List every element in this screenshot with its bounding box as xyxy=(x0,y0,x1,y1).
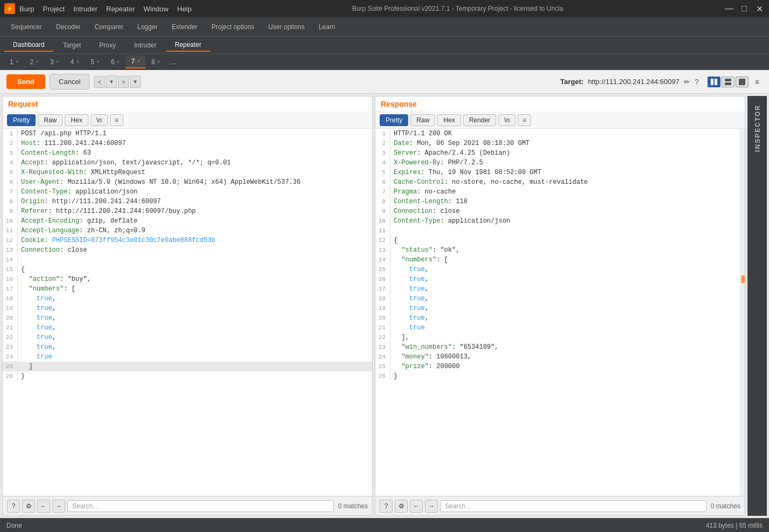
response-hex-tab[interactable]: Hex xyxy=(437,114,461,126)
request-line-8: 8Origin: http://111.200.241.244:60097 xyxy=(3,197,372,206)
response-line-5: 5Expires: Thu, 19 Nov 1981 08:52:00 GMT xyxy=(375,168,745,177)
response-line-16: 16 true, xyxy=(375,274,745,284)
request-line-1: 1POST /api.php HTTP/1.1 xyxy=(3,129,372,139)
response-search-input[interactable] xyxy=(440,500,706,512)
request-search-matches: 0 matches xyxy=(338,502,368,510)
response-line-25: 25 "prize": 200000 xyxy=(375,362,745,371)
top-nav-logger[interactable]: Logger xyxy=(131,20,164,34)
window-controls: — □ ✕ xyxy=(724,4,765,14)
response-line-10: 10Content-Type: application/json xyxy=(375,216,745,226)
response-line-20: 20 true, xyxy=(375,313,745,323)
repeater-tab-6[interactable]: 6 × xyxy=(106,56,126,68)
request-line-23: 23 true, xyxy=(3,342,372,352)
repeater-tab-7[interactable]: 7 × xyxy=(126,56,146,68)
menu-intruder[interactable]: Intruder xyxy=(73,5,98,13)
top-nav-comparer[interactable]: Comparer xyxy=(88,20,129,34)
close-tab-5-icon[interactable]: × xyxy=(97,59,100,65)
close-tab-4-icon[interactable]: × xyxy=(76,59,79,65)
menu-burp[interactable]: Burp xyxy=(19,5,34,13)
layout-icon-group xyxy=(708,77,749,87)
repeater-tab-1[interactable]: 1 × xyxy=(4,56,24,68)
response-line-13: 13 "status": "ok", xyxy=(375,245,745,255)
minimize-button[interactable]: — xyxy=(724,4,734,14)
help-target-icon[interactable]: ? xyxy=(695,78,699,86)
top-nav-user-options[interactable]: User options xyxy=(262,20,311,34)
close-tab-3-icon[interactable]: × xyxy=(56,59,59,65)
response-search-next-icon[interactable]: → xyxy=(425,500,438,513)
repeater-tab-4[interactable]: 4 × xyxy=(65,56,85,68)
nav-prev-dropdown[interactable]: ▾ xyxy=(106,75,117,88)
nav-target[interactable]: Target xyxy=(54,39,90,51)
close-tab-6-icon[interactable]: × xyxy=(116,59,120,65)
nav-next-button[interactable]: > xyxy=(118,76,129,88)
layout-split-icon[interactable] xyxy=(708,77,720,87)
target-info: Target: http://111.200.241.244:60097 ✏ ? xyxy=(560,78,699,86)
request-search-next-icon[interactable]: → xyxy=(52,500,65,513)
request-panel: Request Pretty Raw Hex \n ≡ 1POST /api.p… xyxy=(2,96,373,516)
repeater-tabs-more[interactable]: ... xyxy=(166,56,181,68)
nav-repeater[interactable]: Repeater xyxy=(166,39,210,52)
response-search-settings-icon[interactable]: ⚙ xyxy=(395,500,408,513)
response-code-area[interactable]: 1HTTP/1.1 200 OK2Date: Mon, 06 Sep 2021 … xyxy=(375,129,745,496)
repeater-tab-5[interactable]: 5 × xyxy=(85,56,105,68)
request-newline-tab[interactable]: \n xyxy=(91,114,108,126)
response-mark-1 xyxy=(741,275,745,283)
top-nav-sequencer[interactable]: Sequencer xyxy=(4,20,49,34)
repeater-tab-2[interactable]: 2 × xyxy=(25,56,45,68)
response-render-tab[interactable]: Render xyxy=(463,114,496,126)
response-line-22: 22 ], xyxy=(375,333,745,342)
repeater-tab-8[interactable]: 8 × xyxy=(146,56,166,68)
request-raw-tab[interactable]: Raw xyxy=(38,114,63,126)
request-pretty-tab[interactable]: Pretty xyxy=(7,114,36,126)
close-tab-7-icon[interactable]: × xyxy=(137,58,140,64)
close-button[interactable]: ✕ xyxy=(754,4,765,14)
request-line-22: 22 true, xyxy=(3,333,372,342)
response-help-icon[interactable]: ? xyxy=(380,500,393,513)
top-nav-project-options[interactable]: Project options xyxy=(205,20,260,34)
menu-project[interactable]: Project xyxy=(43,5,64,13)
menu-repeater[interactable]: Repeater xyxy=(106,5,135,13)
top-nav-extender[interactable]: Extender xyxy=(165,20,204,34)
request-search-settings-icon[interactable]: ⚙ xyxy=(22,500,35,513)
top-nav-learn[interactable]: Learn xyxy=(312,20,342,34)
request-search-input[interactable] xyxy=(67,500,334,512)
svg-rect-4 xyxy=(739,79,745,85)
target-url: http://111.200.241.244:60097 xyxy=(588,78,679,86)
request-hex-tab[interactable]: Hex xyxy=(65,114,88,126)
response-menu-icon[interactable]: ≡ xyxy=(518,114,531,126)
nav-intruder[interactable]: Intruder xyxy=(126,39,165,51)
request-line-3: 3Content-Length: 63 xyxy=(3,148,372,158)
cancel-button[interactable]: Cancel xyxy=(50,74,90,89)
nav-prev-button[interactable]: < xyxy=(94,76,105,88)
menu-help[interactable]: Help xyxy=(177,5,191,13)
status-bar: Done 413 bytes | 65 millis xyxy=(0,518,769,532)
request-search-prev-icon[interactable]: ← xyxy=(37,500,50,513)
menu-bar: Burp Project Intruder Repeater Window He… xyxy=(19,5,191,13)
inspector-label[interactable]: INSPECTOR xyxy=(754,96,761,161)
layout-horizontal-icon[interactable] xyxy=(722,77,734,87)
inspector-toggle[interactable]: ≡ xyxy=(752,77,763,87)
request-menu-icon[interactable]: ≡ xyxy=(110,114,123,126)
request-help-icon[interactable]: ? xyxy=(7,500,20,513)
response-newline-tab[interactable]: \n xyxy=(498,114,516,126)
nav-next-dropdown[interactable]: ▾ xyxy=(130,75,141,88)
repeater-tab-3[interactable]: 3 × xyxy=(45,56,65,68)
request-line-18: 18 true, xyxy=(3,294,372,303)
send-button[interactable]: Send xyxy=(6,74,45,89)
top-nav-decoder[interactable]: Decoder xyxy=(50,20,87,34)
response-raw-tab[interactable]: Raw xyxy=(410,114,435,126)
close-tab-2-icon[interactable]: × xyxy=(36,59,39,65)
nav-proxy[interactable]: Proxy xyxy=(91,39,125,51)
request-code-area[interactable]: 1POST /api.php HTTP/1.12Host: 111.200.24… xyxy=(3,129,372,496)
close-tab-8-icon[interactable]: × xyxy=(157,59,160,65)
edit-target-icon[interactable]: ✏ xyxy=(684,78,690,86)
response-search-prev-icon[interactable]: ← xyxy=(410,500,423,513)
close-tab-1-icon[interactable]: × xyxy=(16,59,19,65)
response-line-3: 3Server: Apache/2.4.25 (Debian) xyxy=(375,148,745,158)
maximize-button[interactable]: □ xyxy=(739,4,750,14)
layout-single-icon[interactable] xyxy=(736,77,749,87)
response-pretty-tab[interactable]: Pretty xyxy=(380,114,408,126)
nav-dashboard[interactable]: Dashboard xyxy=(4,39,53,52)
request-line-19: 19 true, xyxy=(3,303,372,313)
menu-window[interactable]: Window xyxy=(143,5,168,13)
